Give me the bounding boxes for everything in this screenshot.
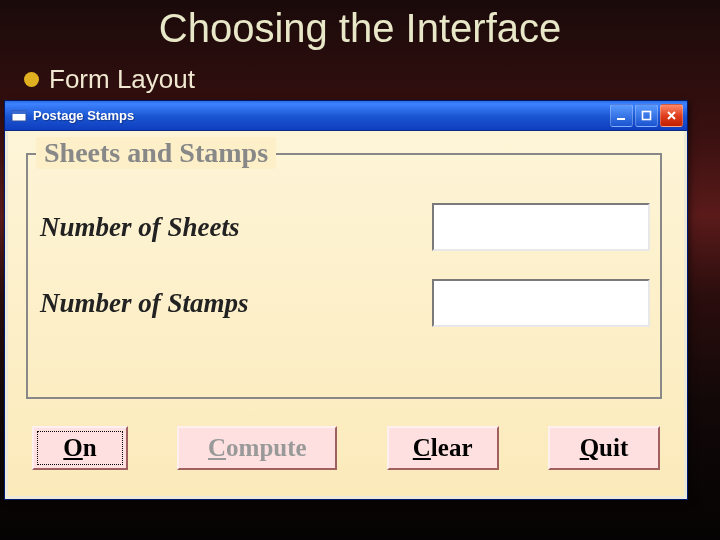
- label-stamps: Number of Stamps: [40, 288, 432, 319]
- form-client-area: Sheets and Stamps Number of Sheets Numbe…: [8, 131, 684, 496]
- label-sheets: Number of Sheets: [40, 212, 432, 243]
- group-legend: Sheets and Stamps: [36, 137, 276, 169]
- group-frame: [26, 153, 662, 399]
- titlebar[interactable]: Postage Stamps: [5, 101, 687, 131]
- compute-button-underline: C: [208, 434, 226, 461]
- button-bar: On Compute Clear Quit: [32, 426, 660, 470]
- compute-button-rest: ompute: [226, 434, 307, 461]
- on-button-underline: O: [63, 434, 82, 461]
- window-title: Postage Stamps: [33, 108, 610, 123]
- compute-button[interactable]: Compute: [177, 426, 337, 470]
- application-window: Postage Stamps Sheets and: [4, 100, 688, 500]
- row-sheets: Number of Sheets: [40, 203, 650, 251]
- app-icon: [11, 108, 27, 124]
- svg-rect-1: [12, 111, 26, 114]
- slide: Choosing the Interface Form Layout Posta…: [0, 0, 720, 540]
- on-button[interactable]: On: [32, 426, 128, 470]
- row-stamps: Number of Stamps: [40, 279, 650, 327]
- svg-rect-2: [617, 118, 625, 120]
- on-button-rest: n: [83, 434, 97, 461]
- clear-button-underline: C: [413, 434, 431, 461]
- group-sheets-and-stamps: Sheets and Stamps Number of Sheets Numbe…: [26, 139, 662, 399]
- quit-button[interactable]: Quit: [548, 426, 660, 470]
- svg-rect-3: [643, 112, 651, 120]
- clear-button[interactable]: Clear: [387, 426, 499, 470]
- clear-button-rest: lear: [431, 434, 473, 461]
- window-controls: [610, 104, 683, 127]
- maximize-button[interactable]: [635, 104, 658, 127]
- slide-title: Choosing the Interface: [0, 6, 720, 51]
- input-stamps[interactable]: [432, 279, 650, 327]
- bullet-text: Form Layout: [49, 64, 195, 95]
- close-button[interactable]: [660, 104, 683, 127]
- bullet-item: Form Layout: [24, 64, 195, 95]
- bullet-icon: [24, 72, 39, 87]
- input-sheets[interactable]: [432, 203, 650, 251]
- quit-button-rest: uit: [599, 434, 628, 461]
- quit-button-underline: Q: [580, 434, 599, 461]
- minimize-button[interactable]: [610, 104, 633, 127]
